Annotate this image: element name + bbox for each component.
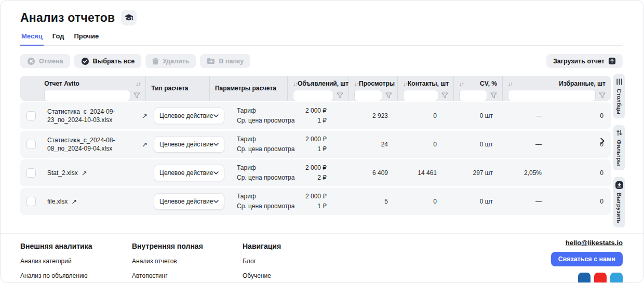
param-label: Ср. цена просмотра xyxy=(237,173,294,183)
footer-column-title: Внешняя аналитика xyxy=(20,242,132,250)
youtube-icon[interactable] xyxy=(594,273,607,283)
row-checkbox[interactable] xyxy=(26,168,36,178)
delete-button[interactable]: Удалить xyxy=(145,54,196,68)
sort-icon[interactable]: ↓↑ xyxy=(293,80,298,87)
columns-icon xyxy=(616,78,623,85)
tab-month[interactable]: Месяц xyxy=(20,32,44,46)
sort-icon[interactable]: ↓↑ xyxy=(354,80,359,87)
external-link-icon[interactable]: ↗ xyxy=(71,198,77,206)
cancel-button[interactable]: Отмена xyxy=(20,54,70,68)
filter-funnel-icon[interactable] xyxy=(490,92,497,99)
footer-link-autoposting[interactable]: Автопостинг xyxy=(132,272,243,279)
side-tab-columns[interactable]: Столбцы xyxy=(613,74,625,118)
footer-link-ad-analysis[interactable]: Анализ по объявлению xyxy=(20,272,132,279)
calc-type-select[interactable]: Целевое действие xyxy=(154,136,224,153)
sort-icon[interactable]: ↓↑ xyxy=(459,80,464,87)
email-link[interactable]: hello@likestats.io xyxy=(566,239,623,247)
cell-cv: 2,05% xyxy=(498,169,547,177)
telegram-icon[interactable] xyxy=(610,273,623,283)
external-link-icon[interactable]: ↗ xyxy=(142,112,147,120)
param-label: Тариф xyxy=(237,163,256,173)
column-header-favorites: ↓↑ Избранные, шт xyxy=(502,76,611,101)
select-all-label: Выбрать все xyxy=(93,58,135,65)
row-checkbox[interactable] xyxy=(26,111,36,120)
tab-year[interactable]: Год xyxy=(51,32,65,46)
page-header: Анализ отчетов Месяц Год Прочие xyxy=(1,1,643,46)
table-header: Отчет Avito ↓↑ Тип расчета Параметры рас… xyxy=(20,76,611,101)
calc-type-select[interactable]: Целевое действие xyxy=(154,165,224,181)
graduation-cap-icon xyxy=(124,14,133,22)
filter-funnel-icon[interactable] xyxy=(385,92,392,99)
filter-funnel-icon[interactable] xyxy=(441,92,448,99)
param-value: 1 ₽ xyxy=(317,144,327,154)
to-folder-button[interactable]: В папку xyxy=(200,54,250,68)
vk-icon[interactable] xyxy=(578,273,591,283)
param-label: Ср. цена просмотра xyxy=(237,201,294,211)
report-file-name[interactable]: Stat_2.xlsx xyxy=(47,169,78,177)
contact-us-button[interactable]: Связаться с нами xyxy=(551,252,623,266)
footer-column-navigation: Навигация Блог Обучение xyxy=(243,242,354,279)
side-tab-label: Столбцы xyxy=(616,89,622,114)
report-file-name[interactable]: Статистика_с_2024-09-23_по_2024-10-03.xl… xyxy=(47,107,138,124)
upload-report-button[interactable]: Загрузить отчет xyxy=(546,54,623,68)
filter-input-ads[interactable] xyxy=(293,90,333,101)
trash-icon xyxy=(152,58,159,65)
column-label-calc-params: Параметры расчета xyxy=(215,85,276,92)
cell-favorites: 0 xyxy=(547,169,611,177)
param-value: 1 ₽ xyxy=(317,201,327,211)
cell-ads: 6 409 xyxy=(332,169,393,177)
cell-views: 0 xyxy=(393,112,442,119)
sort-icon[interactable]: ↓↑ xyxy=(403,80,408,87)
cell-contacts: 0 шт xyxy=(442,141,498,148)
cell-ads: 5 xyxy=(332,198,393,205)
external-link-icon[interactable]: ↗ xyxy=(142,141,147,149)
calc-type-value: Целевое действие xyxy=(159,169,213,177)
filter-input-cv[interactable] xyxy=(459,90,487,101)
select-all-button[interactable]: Выбрать все xyxy=(74,54,142,68)
footer-link-category-analysis[interactable]: Анализ категорий xyxy=(20,258,132,265)
param-label: Тариф xyxy=(237,192,256,201)
column-label-calc-type: Тип расчета xyxy=(151,85,188,92)
filter-funnel-icon[interactable] xyxy=(337,92,343,99)
filter-input-views[interactable] xyxy=(354,90,382,101)
cell-ads: 2 923 xyxy=(332,112,393,119)
delete-label: Удалить xyxy=(163,58,189,65)
footer-link-education[interactable]: Обучение xyxy=(243,272,354,279)
education-button[interactable] xyxy=(121,10,137,25)
column-label-views: Просмотры xyxy=(359,80,395,87)
cell-cv: — xyxy=(498,198,547,205)
filter-input-report[interactable] xyxy=(44,90,130,101)
cell-views: 0 xyxy=(393,198,442,205)
cell-favorites: 0 xyxy=(547,198,611,205)
filter-funnel-icon[interactable] xyxy=(599,92,606,99)
sort-icon[interactable]: ↓↑ xyxy=(136,80,140,87)
footer-link-blog[interactable]: Блог xyxy=(243,258,354,265)
side-tab-filters[interactable]: Фильтры xyxy=(613,125,625,170)
cell-views: 0 xyxy=(393,141,442,148)
chevron-down-icon xyxy=(213,200,219,203)
column-label-cv: CV, % xyxy=(480,80,497,87)
footer: Внешняя аналитика Анализ категорий Анали… xyxy=(1,233,643,282)
side-tab-export[interactable]: Выгрузить xyxy=(613,177,625,227)
filters-icon xyxy=(616,129,623,136)
row-checkbox[interactable] xyxy=(26,197,36,206)
filter-input-favorites[interactable] xyxy=(508,90,596,101)
row-checkbox[interactable] xyxy=(26,140,36,149)
report-file-name[interactable]: Статистика_с_2024-08-08_по_2024-09-04.xl… xyxy=(47,136,138,153)
download-icon xyxy=(615,181,623,189)
report-file-name[interactable]: file.xlsx xyxy=(47,197,68,206)
filter-funnel-icon[interactable] xyxy=(133,92,140,99)
calc-type-select[interactable]: Целевое действие xyxy=(154,107,224,124)
external-link-icon[interactable]: ↗ xyxy=(82,169,87,177)
param-value: 2 000 ₽ xyxy=(305,134,327,144)
tab-other[interactable]: Прочие xyxy=(73,32,100,46)
footer-link-report-analysis[interactable]: Анализ отчетов xyxy=(132,258,243,265)
sort-icon[interactable]: ↓↑ xyxy=(508,80,513,87)
header-checkbox-cell xyxy=(20,76,39,101)
cell-cv: — xyxy=(498,141,547,148)
table-row: Статистика_с_2024-09-23_по_2024-10-03.xl… xyxy=(20,102,611,129)
calc-type-select[interactable]: Целевое действие xyxy=(154,193,224,210)
param-label: Ср. цена просмотра xyxy=(237,144,294,154)
filter-input-contacts[interactable] xyxy=(403,90,438,101)
reports-table: Отчет Avito ↓↑ Тип расчета Параметры рас… xyxy=(20,76,611,215)
